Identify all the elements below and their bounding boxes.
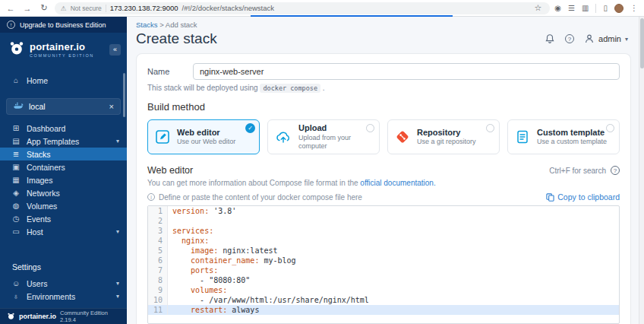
code-text: - "8080:80"	[168, 275, 619, 285]
code-line[interactable]: 9 volumes:	[148, 285, 619, 295]
code-line[interactable]: 4 nginx:	[148, 236, 619, 246]
notifications-bell-icon[interactable]	[545, 33, 555, 44]
build-method-custom-template[interactable]: Custom template Use a custom template	[507, 119, 620, 154]
sliders-icon[interactable]: ☰	[568, 4, 575, 12]
create-stack-form-card: Name This stack will be deployed using d…	[136, 53, 631, 324]
sidebar-item-events[interactable]: ◷Events	[0, 212, 127, 225]
line-number: 8	[148, 275, 168, 285]
sidebar: ↑ Upgrade to Business Edition portainer.…	[0, 17, 127, 324]
sidebar-item-environments[interactable]: ♁Environments▾	[0, 290, 127, 303]
breadcrumb: Stacks > Add stack	[127, 17, 639, 29]
browser-extension-area: ◉ ☰ ▥ ▯ ⋮	[554, 4, 639, 13]
line-number: 6	[148, 256, 168, 265]
url-omnibox[interactable]: ⚠ Not secure 173.230.138.72:9000 /#!/2/d…	[55, 2, 550, 14]
breadcrumb-separator: >	[159, 21, 164, 29]
sidebar-item-label: Images	[27, 176, 52, 185]
url-path: /#!/2/docker/stacks/newstack	[182, 4, 274, 12]
side-panel-icon[interactable]: ▯	[603, 4, 608, 12]
sidebar-item-stacks[interactable]: ≣Stacks	[0, 148, 127, 160]
build-methods: ✓ Web editor Use our Web editor	[147, 119, 620, 154]
refresh-icon[interactable]: ↻	[38, 3, 50, 13]
code-line[interactable]: 11 restart: always	[148, 305, 619, 315]
sidebar-item-label: Stacks	[27, 150, 51, 159]
main-content: Stacks > Add stack Create stack ? admin …	[127, 17, 639, 324]
upgrade-banner[interactable]: ↑ Upgrade to Business Edition	[0, 17, 127, 33]
logo-subtitle: COMMUNITY EDITION	[30, 53, 94, 58]
sidebar-collapse-button[interactable]: «	[109, 44, 121, 56]
code-text: image: nginx:latest	[168, 246, 619, 256]
dashboard-icon: ⊞	[11, 124, 21, 132]
sidebar-scrollbar-thumb[interactable]	[123, 73, 125, 117]
extensions-puzzle-icon[interactable]: ▥	[582, 4, 589, 12]
upgrade-arrow-icon: ↑	[7, 21, 15, 29]
web-editor-icon	[155, 129, 170, 145]
stack-name-input[interactable]	[193, 63, 620, 80]
sidebar-item-home[interactable]: ⌂ Home	[0, 74, 127, 87]
sidebar-item-images[interactable]: ▦Images	[0, 173, 127, 186]
code-line[interactable]: 1version: '3.8'	[148, 206, 619, 216]
portainer-logo-icon	[8, 40, 25, 59]
sidebar-footer: portainer.io Community Edition 2.19.4	[0, 308, 127, 324]
info-icon: i	[147, 193, 155, 201]
environment-name: local	[29, 102, 46, 111]
line-number: 5	[148, 246, 168, 256]
code-line[interactable]: 8 - "8080:80"	[148, 275, 619, 285]
back-icon[interactable]: ←	[5, 4, 17, 13]
build-method-repository[interactable]: Repository Use a git repository	[387, 119, 500, 154]
sidebar-item-label: Events	[27, 214, 51, 224]
app-templates-icon: ▤	[11, 137, 21, 145]
sidebar-item-networks[interactable]: ◈Networks	[0, 186, 127, 199]
official-documentation-link[interactable]: official documentation.	[360, 179, 435, 187]
portainer-footer-logo-icon	[7, 310, 15, 323]
radio-unselected-icon	[486, 124, 494, 132]
browser-profile-avatar[interactable]	[614, 4, 623, 13]
code-line[interactable]: 5 image: nginx:latest	[148, 246, 619, 256]
page-scrollbar-thumb[interactable]	[640, 18, 644, 68]
breadcrumb-current: Add stack	[166, 21, 197, 29]
sidebar-logo-row: portainer.io COMMUNITY EDITION «	[0, 33, 127, 65]
sidebar-item-volumes[interactable]: ◍Volumes	[0, 199, 127, 212]
bookmark-star-icon[interactable]: ☆	[532, 3, 544, 13]
chevron-down-icon: ▾	[625, 36, 628, 43]
compose-code-editor[interactable]: 1version: '3.8'2 3services:4 nginx:5 ima…	[147, 205, 620, 324]
sidebar-item-app-templates[interactable]: ▤App Templates▾	[0, 135, 127, 148]
code-line[interactable]: 10 - /var/www/html:/usr/share/nginx/html	[148, 295, 619, 305]
code-line[interactable]: 3services:	[148, 226, 619, 236]
sidebar-item-label: Users	[27, 279, 47, 288]
chevron-down-icon: ▾	[116, 280, 119, 287]
username-label: admin	[598, 34, 621, 43]
users-icon: ☺	[11, 279, 21, 287]
sidebar-item-users[interactable]: ☺Users▾	[0, 277, 127, 290]
close-icon[interactable]: ×	[109, 102, 114, 111]
help-icon[interactable]: ?	[565, 34, 574, 43]
logo-text: portainer.io COMMUNITY EDITION	[30, 41, 94, 58]
breadcrumb-stacks-link[interactable]: Stacks	[136, 21, 158, 29]
browser-menu-kebab-icon[interactable]: ⋮	[630, 4, 638, 12]
page-scrollbar[interactable]	[639, 17, 644, 324]
code-line[interactable]: 7 ports:	[148, 265, 619, 275]
sidebar-item-containers[interactable]: ▣Containers	[0, 160, 127, 173]
user-menu[interactable]: admin ▾	[584, 33, 628, 44]
sidebar-item-label: App Templates	[27, 137, 79, 146]
code-line[interactable]: 2	[148, 216, 619, 226]
code-text: - /var/www/html:/usr/share/nginx/html	[168, 295, 619, 305]
line-number: 11	[148, 305, 168, 315]
sidebar-item-label: Networks	[27, 189, 60, 198]
sidebar-item-host[interactable]: ▭Host▾	[0, 225, 127, 238]
environment-selector-local[interactable]: local ×	[6, 98, 121, 115]
sidebar-nav: ⊞Dashboard▤App Templates▾≣Stacks▣Contain…	[0, 122, 127, 238]
code-line[interactable]: 6 container_name: my-blog	[148, 256, 619, 265]
code-text: restart: always	[168, 305, 619, 315]
forward-icon[interactable]: →	[21, 4, 33, 13]
whale-icon	[13, 102, 24, 111]
editor-help-icon[interactable]: ?	[611, 166, 620, 175]
stack-name-row: Name	[147, 63, 620, 80]
sidebar-item-label: Dashboard	[27, 124, 65, 133]
copy-to-clipboard-button[interactable]: Copy to clipboard	[546, 192, 620, 202]
build-method-upload[interactable]: Upload Upload from your computer	[267, 119, 380, 154]
upgrade-banner-label: Upgrade to Business Edition	[20, 21, 106, 29]
build-method-web-editor[interactable]: ✓ Web editor Use our Web editor	[147, 119, 260, 154]
extension-icon[interactable]: ◉	[554, 4, 561, 12]
host-icon: ▭	[11, 227, 21, 236]
sidebar-item-dashboard[interactable]: ⊞Dashboard	[0, 122, 127, 135]
